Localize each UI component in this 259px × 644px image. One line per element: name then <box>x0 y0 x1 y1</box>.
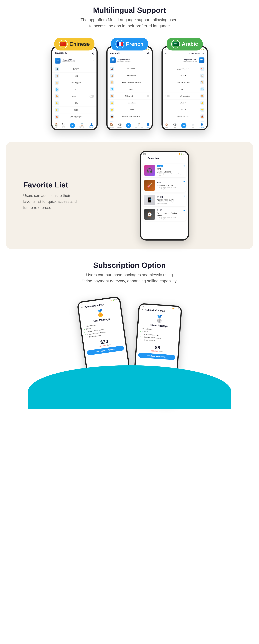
favorite-heart-icon[interactable]: ♥ <box>184 195 185 198</box>
theme-toggle[interactable] <box>90 95 94 98</box>
theme-toggle[interactable] <box>145 95 149 97</box>
phones-row: 🇨🇳 Chinese 12:39 📶🔋38% 我的概要文件 ⏻ <box>3 38 256 130</box>
menu-label: الاشتراك <box>167 75 199 76</box>
silver-back-button[interactable]: ← <box>141 308 144 311</box>
arabic-phone-wrapper: 🇸🇦 Arabic 12:39 📶🔋 ملف المواصفات الخاص ب… <box>162 38 208 130</box>
favorite-heart-icon[interactable]: ♥ <box>184 180 185 183</box>
share-icon: 📤 <box>200 114 204 118</box>
chinese-power-icon: ⏻ <box>92 52 94 55</box>
french-label: French <box>126 41 143 47</box>
favorites-title: Favorite List <box>23 180 81 189</box>
list-item: 📤 共享此应用程序 › <box>52 114 96 120</box>
silver-status: 📶🔋35% <box>172 308 179 310</box>
list-item: 📱 $1150 Apple iPhone 15 Pro 📍MX8C Grand … <box>143 194 186 206</box>
favorite-heart-icon[interactable]: ♥ <box>184 165 185 168</box>
arabic-profile-row: W Asgar WRTeam shreesofttech07@gma... ‹ <box>165 58 204 63</box>
list-item: ⭐ المفضلات ‹ <box>163 106 207 113</box>
check-icon: ✓ <box>139 338 141 341</box>
ad-icon: 📢 <box>200 67 204 71</box>
chinese-profile-chevron: › <box>94 60 94 62</box>
list-item: 📢 我的广告 › <box>52 66 96 72</box>
french-profile-header: W Asgar WRTeam shreesofttech07@gma... › <box>108 56 152 65</box>
nav-profile[interactable]: 👤Profil <box>146 123 150 128</box>
menu-label: تمثيل رئيسي داكن <box>171 95 199 97</box>
iphone-image: 📱 <box>144 195 156 205</box>
nav-home[interactable]: 🏠首页 <box>54 123 58 128</box>
ad-icon: 📢 <box>110 67 114 71</box>
nav-ads[interactable]: 📋Mes annonces <box>135 123 143 128</box>
gold-price-section: $20 86% OFF $169 <box>98 338 111 347</box>
nav-profile[interactable]: 👤个人资料 <box>89 123 94 128</box>
list-item: 📋 الاشتراك ‹ <box>163 72 207 79</box>
fav-name: Apple iPhone 15 Pro <box>157 199 182 201</box>
arabic-menu-list: 📢 الاعلان التجاري بي ‹ 📋 الاشتراك ‹ 📜 ال… <box>163 65 207 128</box>
gold-icon: 🏅 <box>95 309 105 318</box>
menu-label: 事务历史记录 <box>60 82 92 84</box>
list-item: 📤 مشاركة تطبيق هذا التطبيق ‹ <box>163 113 207 120</box>
chinese-profile-email: shreesofttech07@gma... <box>62 61 76 62</box>
nav-chat[interactable]: 💬Discuter <box>118 123 122 128</box>
check-icon: ✓ <box>83 326 85 328</box>
menu-label: Favoris <box>115 109 147 110</box>
notif-icon: 🔔 <box>110 101 114 105</box>
nav-profile[interactable]: 👤المواصفات <box>200 123 204 128</box>
nav-ads[interactable]: 📋我的广告 <box>79 123 84 128</box>
nav-add-button[interactable]: + <box>70 123 75 128</box>
menu-label: 语文 <box>60 88 92 91</box>
fav-time: 5:09 <box>143 153 146 155</box>
fav-screen-title: Favorites <box>148 157 159 160</box>
favorites-phone-area: 5:09 📶🔋92% ← Favorites 🎧 Selling $20 Boa… <box>93 150 236 240</box>
menu-label: 我的广告 <box>60 68 92 70</box>
feature-label: 50 Ads Listing <box>142 328 152 330</box>
arabic-avatar: W <box>199 58 204 63</box>
share-icon: 📤 <box>55 115 59 119</box>
menu-label: اللغة <box>167 88 199 90</box>
menu-label: 收藏夹 <box>60 109 92 111</box>
list-item: 🎨 Thème noir <box>108 93 152 100</box>
check-icon: ✓ <box>85 336 86 339</box>
french-profile-chevron: › <box>148 59 149 62</box>
fav-location: 📍MX8C Grand House Rd,Lima Nagar,Bhuj Guj… <box>157 217 182 220</box>
nav-chat[interactable]: 💬聊天 <box>62 123 65 128</box>
arabic-power-icon: ⏻ <box>165 52 167 54</box>
subscription-phones-area: 2:36 📶🔋35% ← Subscription Plan 🏅 Gold Pa… <box>6 293 253 409</box>
theme-toggle[interactable] <box>165 95 170 97</box>
gold-content: 🏅 Gold Package ✓ 100 Ads Listing ✓ 60 Da… <box>79 305 126 357</box>
favorite-heart-icon[interactable]: ♥ <box>184 209 185 212</box>
menu-label: مشاركة تطبيق هذا التطبيق <box>167 116 199 117</box>
nav-add-button[interactable]: + <box>126 123 131 128</box>
menu-label: 唯主题 <box>60 95 88 98</box>
silver-purchase-button[interactable]: Purchase this Package <box>138 352 176 360</box>
fav-back-button[interactable]: ← <box>143 157 146 160</box>
check-icon: ✓ <box>84 331 86 334</box>
feature-label: → Special ads badge <box>142 339 156 341</box>
menu-label: المفضلات <box>167 109 199 111</box>
fav-location: 📍MX8C Grand House Rd,Lima Nagar,Bhuj Guj… <box>157 201 182 204</box>
headphone-image: 🎧 <box>144 165 156 176</box>
nav-home[interactable]: 🏠Accueil <box>110 123 114 128</box>
fav-location: 📍MX8C+QXV, Jharamshani nagar, Bhuj Gujar… <box>157 173 182 176</box>
nav-add-button[interactable]: + <box>181 123 186 128</box>
french-bottom-nav: 🏠Accueil 💬Discuter + 📋Mes annonces 👤Prof… <box>108 122 152 129</box>
french-phone-wrapper: 🇫🇷 French 12:39 📶🔋 Mon profil ⏻ <box>106 38 153 130</box>
arabic-profile-email: shreesofttech07@gma... <box>183 60 197 62</box>
nav-chat[interactable]: 💬ودية <box>173 123 176 128</box>
silver-original-price: $199 <box>159 350 163 352</box>
check-icon: ✓ <box>84 328 85 331</box>
nav-home[interactable]: 🏠الصفحة <box>165 123 168 128</box>
list-item: 🔔 通知 › <box>52 100 96 107</box>
fav-price: $100 <box>157 209 182 212</box>
gold-time: 2:36 <box>80 304 83 305</box>
fav-topbar: 5:09 📶🔋92% <box>141 152 188 156</box>
history-icon: 📜 <box>55 81 59 85</box>
list-item: 🌐 语文 › <box>52 86 96 93</box>
sub-icon: 📋 <box>200 74 204 78</box>
silver-time: 2:36 <box>142 306 144 307</box>
fav-status: 📶🔋92% <box>179 153 186 155</box>
silver-price-section: $5 97% OFF $199 <box>151 344 164 352</box>
gold-back-button[interactable]: ← <box>80 306 83 309</box>
nav-ads[interactable]: 📋اعلان <box>192 123 194 128</box>
arabic-flag: 🇸🇦 <box>171 40 180 48</box>
gold-purchase-button[interactable]: Purchase this Package <box>86 346 124 356</box>
favorites-text: Favorite List Users can add items to the… <box>23 180 81 211</box>
